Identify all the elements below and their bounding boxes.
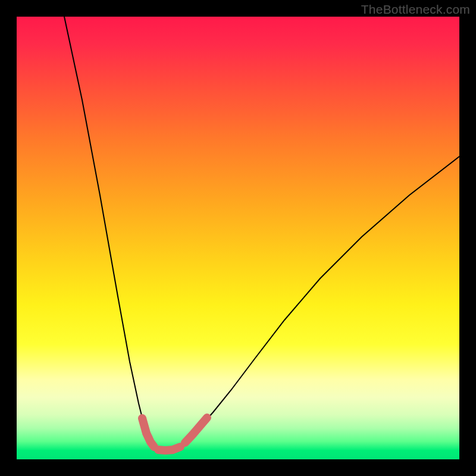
bottleneck-curve [64, 17, 459, 451]
curve-layer [17, 17, 459, 459]
plot-area [17, 17, 459, 459]
highlight-right [185, 418, 207, 443]
watermark-text: TheBottleneck.com [361, 2, 470, 17]
highlight-bottom [158, 447, 180, 450]
highlight-left [142, 418, 154, 447]
chart-frame: TheBottleneck.com [0, 0, 476, 476]
